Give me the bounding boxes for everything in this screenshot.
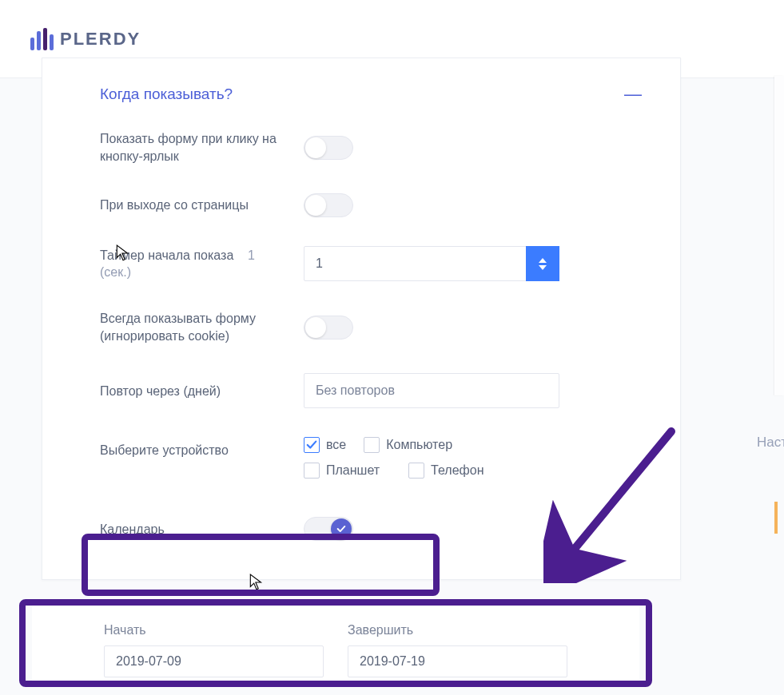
label-timer-text: Таймер начала показа [100,248,233,262]
timer-input-wrap [304,246,559,281]
checkbox-phone-label: Телефон [431,463,484,478]
timer-spinner[interactable] [526,246,559,281]
settings-panel: Когда показывать? — Показать форму при к… [42,58,681,580]
checkbox-computer-label: Компьютер [386,438,452,452]
toggle-on-exit[interactable] [304,193,353,217]
toggle-calendar[interactable] [304,517,353,541]
toggle-show-on-click[interactable] [304,136,353,160]
side-truncated-label: Наст [757,435,784,451]
check-icon [336,523,347,534]
checkbox-tablet-label: Планшет [326,463,380,478]
repeat-select[interactable]: Без повторов [304,373,559,408]
row-show-on-click: Показать форму при клику на кнопку-ярлык [42,116,680,179]
chevron-up-icon [539,258,547,263]
label-calendar: Календарь [100,521,288,538]
collapse-button[interactable]: — [618,81,648,108]
checkbox-all[interactable]: все [304,437,346,453]
date-end-input[interactable]: 2019-07-19 [348,645,567,677]
label-show-on-click: Показать форму при клику на кнопку-ярлык [100,130,288,165]
row-timer: Таймер начала показа 1 (сек.) [42,232,680,296]
date-end-label: Завершить [348,623,567,637]
date-range: Начать 2019-07-09 Завершить 2019-07-19 [32,607,639,677]
label-timer: Таймер начала показа 1 (сек.) [100,247,288,281]
label-devices: Выберите устройство [100,437,288,459]
row-on-exit: При выходе со страницы [42,179,680,232]
section-title: Когда показывать? [100,85,233,103]
row-always-show: Всегда показывать форму (игнорировать co… [42,296,680,359]
row-calendar: Календарь [42,493,680,555]
label-on-exit: При выходе со страницы [100,197,288,214]
side-orange-marker [774,502,784,534]
section-header[interactable]: Когда показывать? — [42,58,680,116]
date-start-value: 2019-07-09 [116,654,181,669]
date-start-input[interactable]: 2019-07-09 [104,645,324,677]
row-repeat: Повтор через (дней) Без повторов [42,359,680,423]
checkbox-tablet[interactable]: Планшет [304,463,380,479]
date-end-col: Завершить 2019-07-19 [348,623,567,677]
brand-logo[interactable]: PLERDY [30,28,141,50]
repeat-value: Без повторов [316,383,395,398]
label-repeat: Повтор через (дней) [100,383,288,400]
checkbox-phone[interactable]: Телефон [408,463,484,479]
check-icon [306,439,317,451]
label-always-show: Всегда показывать форму (игнорировать co… [100,310,288,344]
row-devices: Выберите устройство все Компьютер Планше… [42,423,680,493]
checkbox-all-label: все [326,438,346,452]
toggle-always-show[interactable] [304,316,353,340]
chevron-down-icon [539,265,547,270]
date-start-label: Начать [104,623,324,637]
date-start-col: Начать 2019-07-09 [104,623,324,677]
logo-bars-icon [30,28,54,50]
checkbox-computer[interactable]: Компьютер [364,437,452,453]
brand-name: PLERDY [60,29,141,50]
side-scroll-shadow [774,76,784,395]
date-end-value: 2019-07-19 [360,654,425,669]
device-options: все Компьютер Планшет Телефон [304,437,484,479]
timer-input[interactable] [304,246,559,281]
